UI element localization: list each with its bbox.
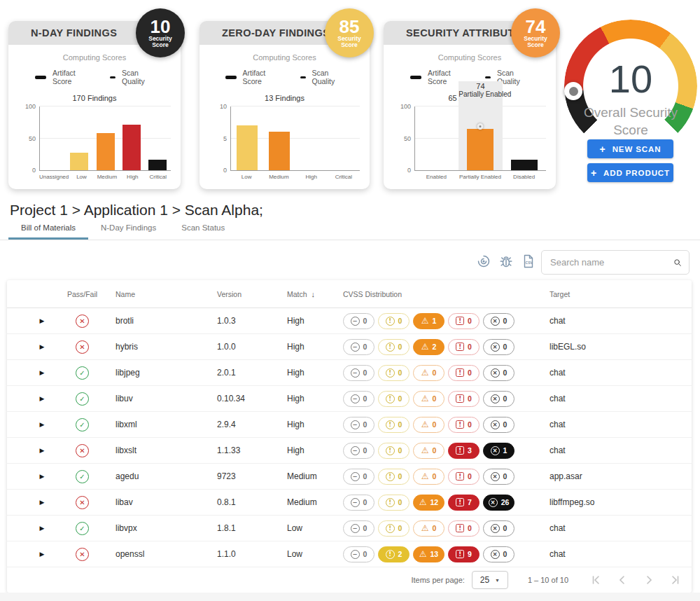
match-level: High (280, 316, 340, 326)
bar-medium[interactable] (269, 132, 290, 170)
tab-bar: Bill of MaterialsN-Day FindingsScan Stat… (8, 223, 237, 240)
cvss-unassigned-badge: −0 (343, 443, 374, 459)
x-tick-label: Unassigned (39, 174, 69, 181)
expand-row-icon[interactable]: ▶ (40, 317, 45, 324)
cvss-high-badge: !7 (448, 495, 479, 511)
cvss-count: 0 (432, 524, 436, 532)
artifact-score-dash-icon (35, 76, 46, 79)
cvss-count: 0 (398, 317, 402, 325)
bar-low[interactable] (70, 153, 88, 170)
items-per-page-select[interactable]: 25 ▼ (472, 571, 508, 589)
bar-high[interactable] (122, 125, 141, 170)
y-tick-label: 100 (25, 103, 36, 110)
circle-minus-icon: − (351, 317, 360, 326)
first-page-icon[interactable] (591, 575, 601, 585)
circle-minus-icon: − (351, 368, 360, 378)
cvss-low-badge: !0 (378, 469, 410, 485)
column-header-name: Name (108, 290, 210, 298)
expand-row-icon[interactable]: ▶ (40, 525, 45, 532)
bug-icon[interactable] (498, 254, 514, 269)
expand-row-icon[interactable]: ▶ (40, 473, 45, 480)
csv-export-icon[interactable]: CSV (521, 254, 536, 269)
search-icon[interactable] (673, 256, 682, 270)
cvss-distribution: −0!2⚠13!9×0 (340, 546, 542, 562)
tab-bill-of-materials[interactable]: Bill of Materials (8, 223, 88, 240)
component-version: 0.10.34 (210, 394, 280, 403)
overall-score-value: 10 (564, 56, 697, 102)
cvss-count: 0 (363, 394, 368, 403)
triangle-exclamation-icon: ⚠ (421, 394, 429, 403)
page-range-label: 1 – 10 of 10 (528, 576, 568, 584)
column-header-cvss-distribution: CVSS Distribution (340, 290, 542, 298)
last-page-icon[interactable] (671, 575, 680, 585)
tab-n-day-findings[interactable]: N-Day Findings (88, 223, 169, 240)
previous-page-icon[interactable] (617, 575, 627, 585)
fail-icon: ✕ (76, 340, 89, 354)
cvss-medium-badge: ⚠12 (413, 495, 444, 511)
square-exclamation-icon: ! (456, 550, 464, 558)
rescan-icon[interactable] (476, 254, 491, 269)
legend-item: Scan Quality (300, 69, 344, 85)
summary-card-zero-day-findings: ZERO-DAY FINDINGS85Security ScoreComputi… (200, 21, 370, 189)
cvss-distribution: −0!0⚠0!0×0 (340, 520, 542, 537)
match-level: High (280, 445, 340, 455)
tooltip-label: Partially Enabled (458, 90, 502, 98)
bar-low[interactable] (237, 125, 258, 170)
tab-scan-status[interactable]: Scan Status (169, 223, 237, 240)
legend-label: Artifact Score (243, 69, 275, 85)
cvss-count: 2 (432, 343, 436, 351)
y-tick-label: 100 (400, 103, 411, 110)
cvss-count: 0 (503, 472, 507, 481)
bar-critical[interactable] (148, 160, 167, 170)
pass-icon: ✓ (76, 522, 89, 535)
cvss-critical-badge: ×1 (483, 443, 514, 459)
expand-row-icon[interactable]: ▶ (40, 499, 45, 506)
cvss-distribution: −0!0⚠1!0×0 (340, 313, 542, 329)
component-version: 1.8.1 (210, 523, 280, 533)
circle-minus-icon: − (351, 550, 360, 559)
circle-exclamation-icon: ! (386, 472, 395, 481)
bar-medium[interactable] (97, 133, 115, 170)
cvss-count: 1 (432, 317, 436, 325)
table-row: ▶✕libav0.8.1Medium−0!0⚠12!7×26libffmpeg.… (7, 490, 692, 516)
match-level: Medium (280, 471, 340, 481)
component-version: 1.0.0 (210, 342, 280, 352)
expand-row-icon[interactable]: ▶ (40, 343, 45, 350)
new-scan-button[interactable]: + NEW SCAN (587, 139, 673, 158)
cvss-unassigned-badge: −0 (343, 546, 374, 562)
next-page-icon[interactable] (644, 575, 654, 585)
bar-partially-enabled[interactable] (467, 129, 493, 170)
table-row: ▶✓agedu9723Medium−0!0⚠0!0×0app.asar (7, 464, 692, 490)
table-header-row: Pass/Fail Name Version Match↓ CVSS Distr… (7, 280, 692, 308)
circle-exclamation-icon: ! (386, 498, 395, 507)
security-score-badge: 85Security Score (325, 8, 374, 57)
cvss-medium-badge: ⚠0 (413, 520, 444, 537)
cvss-critical-badge: ×0 (483, 417, 514, 433)
square-exclamation-icon: ! (456, 317, 464, 325)
expand-row-icon[interactable]: ▶ (40, 551, 45, 558)
sort-descending-icon[interactable]: ↓ (312, 290, 316, 298)
expand-row-icon[interactable]: ▶ (40, 447, 45, 454)
expand-row-icon[interactable]: ▶ (40, 421, 45, 428)
add-product-button[interactable]: + ADD PRODUCT (587, 163, 673, 182)
cvss-count: 0 (363, 368, 368, 377)
cvss-count: 0 (363, 472, 368, 481)
triangle-exclamation-icon: ⚠ (419, 497, 427, 507)
cvss-count: 0 (363, 420, 368, 429)
y-tick-label: 0 (32, 167, 36, 174)
expand-row-icon[interactable]: ▶ (40, 395, 45, 402)
match-level: Low (280, 523, 340, 533)
triangle-exclamation-icon: ⚠ (421, 445, 429, 455)
component-version: 1.0.3 (210, 316, 280, 326)
bar-disabled[interactable] (511, 160, 538, 170)
expand-row-icon[interactable]: ▶ (40, 369, 45, 376)
cvss-distribution: −0!0⚠0!0×0 (340, 417, 542, 433)
cvss-low-badge: !0 (378, 443, 410, 459)
cvss-count: 0 (398, 524, 402, 532)
target-name: libEGL.so (542, 342, 692, 352)
target-name: chat (542, 549, 692, 559)
component-version: 0.8.1 (210, 497, 280, 507)
cvss-count: 0 (363, 524, 368, 532)
search-input[interactable] (550, 257, 673, 268)
circle-x-icon: × (491, 420, 500, 429)
